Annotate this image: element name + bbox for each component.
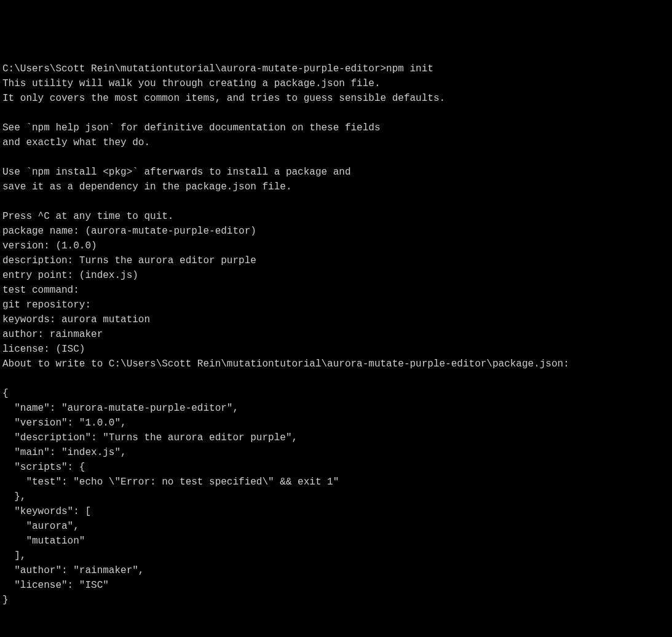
help-text-1: See `npm help json` for definitive docum… xyxy=(2,122,381,133)
json-output: { "name": "aurora-mutate-purple-editor",… xyxy=(2,388,339,606)
intro-text-1: This utility will walk you through creat… xyxy=(2,78,381,89)
test-command-prompt: test command: xyxy=(2,285,79,296)
description-prompt: description: Turns the aurora editor pur… xyxy=(2,255,256,266)
intro-text-2: It only covers the most common items, an… xyxy=(2,93,445,104)
help-text-2: and exactly what they do. xyxy=(2,137,150,148)
terminal-window[interactable]: C:\Users\Scott Rein\mutationtutorial\aur… xyxy=(2,61,670,637)
author-prompt: author: rainmaker xyxy=(2,329,103,340)
keywords-prompt: keywords: aurora mutation xyxy=(2,314,150,325)
install-text-1: Use `npm install <pkg>` afterwards to in… xyxy=(2,167,351,178)
prompt-path: C:\Users\Scott Rein\mutationtutorial\aur… xyxy=(2,63,386,74)
git-repo-prompt: git repository: xyxy=(2,299,91,311)
version-prompt: version: (1.0.0) xyxy=(2,240,97,251)
license-prompt: license: (ISC) xyxy=(2,344,85,355)
about-to-write-text: About to write to C:\Users\Scott Rein\mu… xyxy=(2,358,569,370)
command-text: npm init xyxy=(386,63,433,74)
entry-point-prompt: entry point: (index.js) xyxy=(2,270,138,281)
install-text-2: save it as a dependency in the package.j… xyxy=(2,181,291,192)
quit-text: Press ^C at any time to quit. xyxy=(2,211,173,222)
package-name-prompt: package name: (aurora-mutate-purple-edit… xyxy=(2,226,256,237)
